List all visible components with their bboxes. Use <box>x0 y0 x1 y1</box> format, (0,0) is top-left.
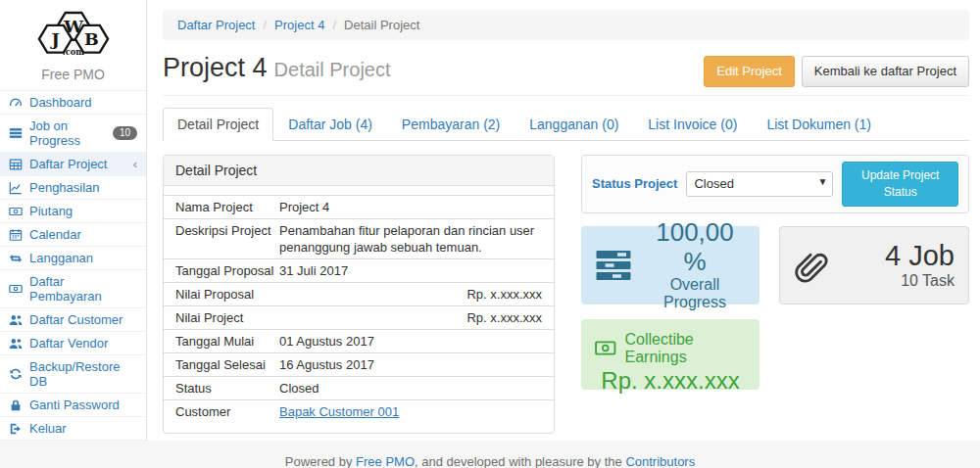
breadcrumb: Daftar ProjectProject 4Detail Project <box>163 10 969 40</box>
tab-pembayaran-2[interactable]: Pembayaran (2) <box>387 108 514 141</box>
sidebar: W J B .com Free PMO DashboardJob on Prog… <box>0 0 147 441</box>
sign-out-icon <box>9 422 23 436</box>
detail-value: 01 Agustus 2017 <box>279 333 542 350</box>
detail-row-tanggal-mulai: Tanggal Mulai01 Agustus 2017 <box>164 329 554 352</box>
sidebar-item-dashboard[interactable]: Dashboard <box>0 91 146 115</box>
contributors-link[interactable]: Contributors <box>625 454 695 468</box>
progress-label: Overall Progress <box>643 276 747 311</box>
detail-label: Deskripsi Project <box>175 222 279 256</box>
earnings-label: Collectibe Earnings <box>625 331 747 366</box>
sidebar-item-calendar[interactable]: Calendar <box>0 223 146 247</box>
footer-text-2: , and developed with pleasure by the <box>415 454 625 468</box>
detail-value: 16 Agustus 2017 <box>279 356 542 373</box>
sidebar-item-piutang[interactable]: Piutang <box>0 200 146 223</box>
content-row: Detail Project Nama ProjectProject 4Desk… <box>163 155 969 434</box>
breadcrumb-link-project-4[interactable]: Project 4 <box>274 18 324 32</box>
breadcrumb-link-daftar-project[interactable]: Daftar Project <box>177 18 255 32</box>
sidebar-item-backup-restore-db[interactable]: Backup/Restore DB <box>0 355 146 394</box>
sidebar-item-penghasilan[interactable]: Penghasilan <box>0 176 146 200</box>
sidebar-menu: DashboardJob on Progress10Daftar Project… <box>0 91 146 441</box>
sidebar-item-daftar-vendor[interactable]: Daftar Vendor <box>0 332 146 355</box>
detail-value: Closed <box>279 380 542 397</box>
update-project-status-button[interactable]: Update Project Status <box>842 162 958 207</box>
app-wrapper: W J B .com Free PMO DashboardJob on Prog… <box>0 0 980 441</box>
retweet-icon <box>9 252 23 265</box>
tab-detail-project[interactable]: Detail Project <box>163 108 273 141</box>
status-select-wrap: Closed ▼ <box>686 171 833 197</box>
sidebar-item-daftar-pembayaran[interactable]: Daftar Pembayaran <box>0 270 146 308</box>
status-select[interactable]: Closed <box>686 171 833 197</box>
detail-row-nilai-proposal: Nilai ProposalRp. x.xxx.xxx <box>164 282 554 305</box>
refresh-icon <box>9 367 23 381</box>
detail-project-panel: Detail Project Nama ProjectProject 4Desk… <box>163 155 555 434</box>
tabs: Detail ProjectDaftar Job (4)Pembayaran (… <box>163 108 969 141</box>
brand-name: Free PMO <box>0 67 146 82</box>
right-column: Status Project Closed ▼ Update Project S… <box>581 155 969 434</box>
collectible-earnings-card: Collectibe Earnings Rp. x.xxx.xxx <box>581 319 760 390</box>
free-pmo-link[interactable]: Free PMO <box>356 454 415 468</box>
jobs-count: 4 Job <box>841 241 955 272</box>
page-header: Project 4Detail Project Edit Project Kem… <box>163 53 969 96</box>
detail-value: Project 4 <box>279 199 542 215</box>
status-panel: Status Project Closed ▼ Update Project S… <box>581 155 969 213</box>
sidebar-item-daftar-project[interactable]: Daftar Project‹ <box>0 153 146 176</box>
footer: Powered by Free PMO, and developed with … <box>0 441 980 468</box>
calendar-icon <box>9 228 23 242</box>
detail-value: Bapak Customer 001 <box>279 403 542 420</box>
sidebar-item-label: Daftar Pembayaran <box>29 274 137 304</box>
detail-value: Rp. x.xxx.xxx <box>279 286 542 303</box>
sidebar-item-keluar[interactable]: Keluar <box>0 417 146 441</box>
edit-project-button[interactable]: Edit Project <box>704 56 794 87</box>
chevron-left-icon: ‹ <box>133 158 137 170</box>
sidebar-item-label: Calendar <box>29 227 81 242</box>
sidebar-item-ganti-password[interactable]: Ganti Password <box>0 394 146 417</box>
page-title: Project 4 <box>163 53 268 82</box>
tab-langganan-0[interactable]: Langganan (0) <box>514 108 633 141</box>
sidebar-item-label: Job on Progress <box>29 118 106 148</box>
paperclip-icon <box>794 247 831 284</box>
sidebar-item-label: Keluar <box>29 421 67 436</box>
users-icon <box>9 337 23 351</box>
detail-value: Rp. x.xxx.xxx <box>279 309 542 326</box>
sidebar-item-daftar-customer[interactable]: Daftar Customer <box>0 308 146 332</box>
detail-row-deskripsi-project: Deskripsi ProjectPenambahan fitur pelapo… <box>164 218 554 258</box>
detail-label: Nilai Project <box>175 309 279 326</box>
sidebar-item-langganan[interactable]: Langganan <box>0 247 146 270</box>
money-icon <box>9 282 23 296</box>
tab-list-invoice-0[interactable]: List Invoice (0) <box>633 108 752 141</box>
tab-daftar-job-4[interactable]: Daftar Job (4) <box>273 108 387 141</box>
back-to-list-button[interactable]: Kembali ke daftar Project <box>802 56 969 87</box>
tasks-count: 10 Task <box>841 272 955 290</box>
status-project-label: Status Project <box>592 176 677 191</box>
lock-icon <box>9 398 23 412</box>
detail-label: Tanggal Mulai <box>175 333 279 350</box>
dashboard-icon <box>9 96 23 110</box>
main-content: Daftar ProjectProject 4Detail Project Pr… <box>147 0 980 441</box>
detail-panel-title: Detail Project <box>164 156 554 186</box>
sidebar-item-label: Langganan <box>29 251 93 265</box>
detail-label: Nama Project <box>175 199 279 215</box>
tab-list-dokumen-1[interactable]: List Dokumen (1) <box>752 108 886 141</box>
detail-row-status: StatusClosed <box>164 376 554 399</box>
detail-label: Customer <box>175 403 279 420</box>
breadcrumb-current: Detail Project <box>344 18 419 32</box>
page-subtitle: Detail Project <box>274 59 391 80</box>
table-icon <box>9 158 23 171</box>
customer-link[interactable]: Bapak Customer 001 <box>279 404 399 419</box>
earnings-value: Rp. x.xxx.xxx <box>595 367 746 395</box>
detail-row-customer: CustomerBapak Customer 001 <box>164 399 554 423</box>
sidebar-item-label: Piutang <box>29 204 73 218</box>
svg-text:.com: .com <box>62 47 83 57</box>
sidebar-item-label: Daftar Vendor <box>29 336 108 351</box>
brand: W J B .com Free PMO <box>0 0 146 91</box>
users-icon <box>9 313 23 327</box>
tasks-icon <box>9 126 23 140</box>
sidebar-item-job-on-progress[interactable]: Job on Progress10 <box>0 115 146 153</box>
tasks-icon <box>594 246 633 285</box>
svg-text:B: B <box>84 29 99 49</box>
detail-row-nilai-project: Nilai ProjectRp. x.xxx.xxx <box>164 305 554 329</box>
detail-label: Status <box>175 380 279 397</box>
sidebar-item-label: Daftar Customer <box>29 312 122 327</box>
money-icon <box>9 205 23 218</box>
detail-label: Nilai Proposal <box>175 286 279 303</box>
